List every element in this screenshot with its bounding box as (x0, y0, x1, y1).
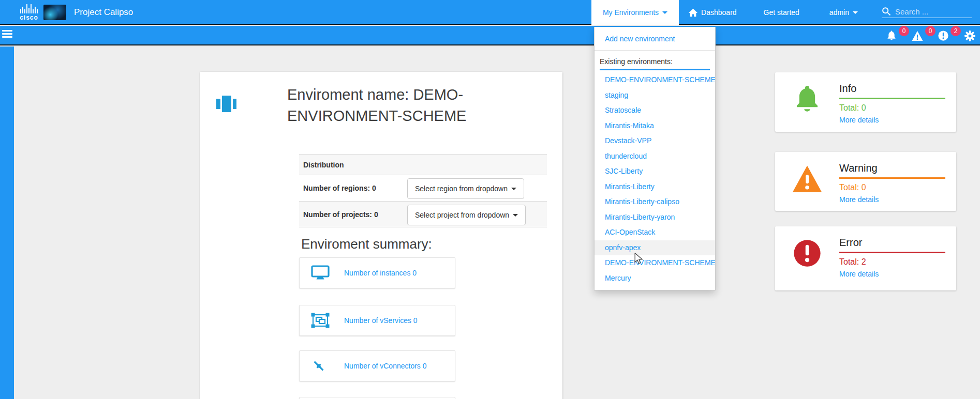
hamburger-menu-icon[interactable] (2, 30, 13, 39)
exclamation-circle-icon (791, 239, 824, 270)
environment-summary-heading: Enviroment summary: (301, 236, 432, 252)
nav-dashboard[interactable]: Dashboard (688, 8, 737, 17)
summary-card-partial[interactable] (299, 397, 455, 399)
error-status-card: Error Total: 2 More details (775, 226, 956, 290)
environment-item[interactable]: Devstack-VPP (595, 133, 715, 149)
brand-thumbnail-image (43, 5, 66, 20)
dropdown-divider (595, 50, 715, 51)
info-status-card: Info Total: 0 More details (775, 72, 956, 132)
top-navbar: cisco Project Calipso My Environments Da… (0, 0, 980, 25)
cisco-logo-text: cisco (14, 14, 43, 21)
vservices-count-link: Number of vServices 0 (344, 316, 418, 325)
environment-item[interactable]: SJC-Liberty (595, 164, 715, 179)
environment-detail-card: Enviroment name: DEMO-ENVIRONMENT-SCHEME… (200, 72, 562, 399)
secondary-toolbar: 0 0 2 (0, 26, 980, 45)
environment-item[interactable]: DEMO-ENVIRONMENT-SCHEME (595, 255, 715, 271)
distribution-header-row: Distribution (299, 154, 547, 175)
projects-row: Number of projects: 0 Select project fro… (299, 201, 547, 227)
chevron-down-icon (853, 11, 858, 14)
warning-triangle-icon (791, 164, 824, 195)
add-new-environment-item[interactable]: Add new environment (595, 27, 715, 49)
regions-count-label: Number of regions: 0 (299, 184, 376, 192)
gear-icon (964, 30, 976, 42)
nav-get-started[interactable]: Get started (764, 8, 799, 17)
dashboard-label: Dashboard (701, 8, 737, 17)
search-box (882, 7, 972, 18)
info-total: Total: 0 (839, 103, 956, 113)
warning-notifications-button[interactable] (911, 30, 924, 41)
app-title: Project Calipso (74, 0, 133, 25)
collapsed-sidebar (0, 47, 14, 399)
warning-total: Total: 0 (839, 183, 956, 192)
search-icon (882, 7, 891, 16)
compress-arrows-icon (311, 358, 331, 374)
warning-more-details-link[interactable]: More details (839, 195, 956, 204)
search-input[interactable] (895, 7, 972, 16)
instances-summary-card[interactable]: Number of instances 0 (299, 257, 455, 288)
distribution-table: Distribution Number of regions: 0 Select… (299, 154, 547, 227)
error-card-title: Error (839, 237, 945, 253)
environment-item[interactable]: Mercury (595, 271, 715, 286)
select-project-dropdown-button[interactable]: Select project from dropdown (407, 205, 526, 225)
application-window: cisco Project Calipso My Environments Da… (0, 0, 980, 399)
cisco-logo: cisco (14, 4, 43, 21)
vconnectors-summary-card[interactable]: Number of vConnectors 0 (299, 350, 455, 381)
chevron-down-icon (662, 11, 667, 14)
environment-item[interactable]: ACI-OpenStack (595, 225, 715, 240)
info-card-title: Info (839, 83, 945, 99)
info-notifications-button[interactable] (886, 30, 897, 41)
mouse-cursor (634, 253, 644, 264)
info-count-badge: 0 (899, 26, 909, 36)
environment-name-title: Enviroment name: DEMO-ENVIRONMENT-SCHEME (287, 84, 521, 126)
instances-count-link: Number of instances 0 (344, 269, 417, 277)
environment-item[interactable]: Mirantis-Liberty (595, 179, 715, 195)
warning-triangle-icon (911, 30, 924, 41)
environment-icon (216, 95, 237, 113)
environment-item-hovered[interactable]: opnfv-apex (595, 240, 715, 256)
bell-icon (886, 30, 897, 41)
warning-card-title: Warning (839, 162, 945, 179)
error-count-badge: 2 (951, 26, 961, 36)
info-more-details-link[interactable]: More details (839, 116, 956, 124)
environment-item[interactable]: thundercloud (595, 149, 715, 164)
select-region-label: Select region from dropdown (415, 185, 508, 193)
cisco-bars-icon (14, 4, 43, 13)
object-group-icon (311, 313, 331, 328)
dropdown-header-underline (600, 69, 710, 70)
nav-user-menu[interactable]: admin (829, 8, 858, 17)
environment-item[interactable]: Stratoscale (595, 103, 715, 118)
environment-item[interactable]: staging (595, 88, 715, 103)
get-started-label: Get started (764, 8, 799, 17)
projects-count-label: Number of projects: 0 (299, 210, 378, 219)
vconnectors-count-link: Number of vConnectors 0 (344, 362, 427, 370)
navbar-right-menu: My Environments Dashboard Get started ad… (591, 0, 980, 25)
vservices-summary-card[interactable]: Number of vServices 0 (299, 305, 455, 336)
error-total: Total: 2 (839, 257, 956, 267)
regions-row: Number of regions: 0 Select region from … (299, 175, 547, 201)
monitor-icon (311, 265, 331, 281)
environment-item[interactable]: Mirantis-Liberty-calipso (595, 194, 715, 210)
existing-environments-header: Existing environments: (595, 52, 715, 69)
my-environments-label: My Environments (603, 8, 659, 17)
chevron-down-icon (513, 214, 518, 217)
environment-item[interactable]: Mirantis-Mitaka (595, 118, 715, 134)
home-icon (688, 8, 698, 17)
warning-status-card: Warning Total: 0 More details (775, 152, 956, 211)
environment-item[interactable]: DEMO-ENVIRONMENT-SCHEME (595, 72, 715, 88)
alert-icons-cluster: 0 0 2 (886, 26, 976, 45)
error-more-details-link[interactable]: More details (839, 270, 956, 278)
distribution-header-label: Distribution (303, 161, 344, 169)
environment-item[interactable]: Mirantis-Liberty-yaron (595, 210, 715, 225)
error-notifications-button[interactable] (938, 30, 949, 41)
select-project-label: Select project from dropdown (415, 211, 509, 219)
settings-button[interactable] (964, 30, 976, 42)
my-environments-menu-toggle[interactable]: My Environments (591, 0, 679, 25)
select-region-dropdown-button[interactable]: Select region from dropdown (407, 178, 524, 199)
exclamation-circle-icon (938, 30, 949, 41)
warning-count-badge: 0 (925, 26, 936, 36)
user-name-label: admin (829, 8, 849, 17)
environments-dropdown-menu: Add new environment Existing environment… (594, 27, 716, 290)
bell-icon (791, 85, 824, 117)
chevron-down-icon (511, 188, 516, 190)
